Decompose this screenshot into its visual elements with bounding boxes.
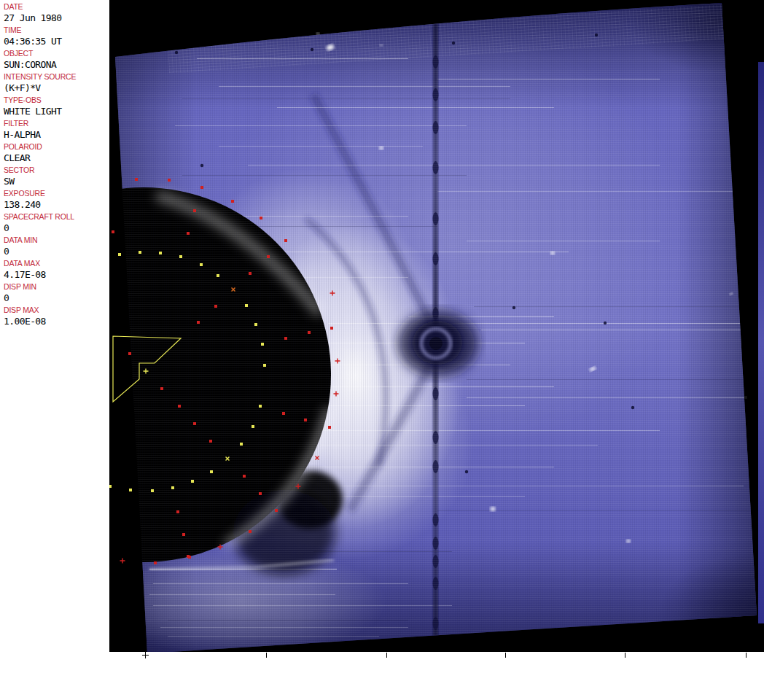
metadata-value: SUN:CORONA	[4, 58, 109, 71]
metadata-field: FILTERH-ALPHA	[4, 119, 109, 142]
fiducial-dot	[197, 321, 200, 324]
fiducial-dot	[193, 209, 196, 212]
axis-tick	[505, 653, 506, 658]
fiducial-dot	[261, 343, 264, 346]
dust-speck	[175, 51, 178, 54]
metadata-field: DATE27 Jun 1980	[4, 2, 109, 26]
metadata-label: DATE	[4, 2, 109, 12]
dust-speck	[452, 42, 455, 44]
screen: DATE27 Jun 1980TIME04:36:35 UTOBJECTSUN:…	[0, 0, 764, 700]
fiducial-dot	[193, 422, 196, 425]
fiducial-dot	[191, 480, 194, 483]
fiducial-dot	[263, 364, 266, 367]
fiducial-dot	[330, 327, 333, 330]
metadata-value: 0	[4, 245, 109, 257]
fiducial-dot	[168, 179, 171, 182]
metadata-field: INTENSITY SOURCE(K+F)*V	[4, 72, 109, 96]
dust-speck	[595, 34, 598, 36]
fiducial-dot	[139, 251, 141, 254]
fiducial-dot	[243, 475, 246, 478]
fiducial-dot	[282, 412, 285, 415]
metadata-field: DISP MAX1.00E-08	[4, 306, 109, 329]
metadata-sidebar: DATE27 Jun 1980TIME04:36:35 UTOBJECTSUN:…	[0, 0, 109, 652]
axis-tick	[625, 653, 625, 658]
fiducial-dot	[231, 200, 234, 203]
metadata-value: 04:36:35 UT	[4, 35, 109, 47]
fiducial-dot	[260, 217, 262, 219]
fiducial-dot	[178, 405, 181, 408]
fiducial-dot	[249, 272, 252, 275]
fiducial-dot	[160, 387, 163, 390]
coronagraph-image	[109, 0, 764, 652]
dust-speck	[604, 322, 607, 324]
fiducial-dot	[304, 419, 307, 421]
metadata-value: 0	[4, 222, 109, 234]
star-speck	[316, 33, 319, 35]
metadata-label: DISP MAX	[4, 306, 109, 315]
metadata-field: SPACECRAFT ROLL0	[4, 212, 109, 236]
metadata-field: EXPOSURE138.240	[4, 189, 109, 212]
fiducial-dot	[188, 556, 191, 559]
metadata-label: SPACECRAFT ROLL	[4, 212, 109, 222]
fiducial-dot	[176, 510, 179, 513]
metadata-label: FILTER	[4, 119, 109, 128]
metadata-value: 0	[4, 292, 109, 304]
dust-speck	[311, 48, 313, 51]
fiducial-dot	[275, 509, 278, 512]
fiducial-dot	[328, 426, 331, 429]
fiducial-dot	[200, 186, 203, 189]
metadata-label: DATA MAX	[4, 259, 109, 268]
fiducial-dot	[182, 533, 185, 536]
fiducial-dot	[210, 470, 213, 473]
metadata-field: DATA MIN0	[4, 236, 109, 259]
metadata-field: SECTORSW	[4, 166, 109, 189]
metadata-value: 138.240	[4, 198, 109, 211]
axis-tick	[746, 653, 747, 658]
metadata-value: (K+F)*V	[4, 82, 109, 94]
metadata-field: OBJECTSUN:CORONA	[4, 49, 109, 72]
fiducial-dot	[267, 255, 270, 258]
metadata-label: DATA MIN	[4, 236, 109, 245]
fiducial-dot	[171, 486, 174, 489]
star-speck	[745, 397, 747, 398]
fiducial-dot	[217, 274, 219, 277]
fiducial-dot	[118, 253, 121, 256]
dust-speck	[465, 470, 468, 473]
metadata-label: SECTOR	[4, 166, 109, 175]
fiducial-dot	[129, 489, 132, 491]
star-speck	[379, 147, 383, 150]
right-edge-strip	[758, 62, 764, 623]
dust-speck	[512, 306, 515, 309]
metadata-label: POLAROID	[4, 142, 109, 152]
fiducial-dot	[284, 239, 287, 242]
fiducial-dot	[259, 492, 262, 495]
star-speck	[626, 540, 631, 543]
dust-speck	[631, 406, 634, 409]
metadata-value: 27 Jun 1980	[4, 12, 109, 24]
metadata-field: POLAROIDCLEAR	[4, 142, 109, 166]
fiducial-dot	[135, 178, 138, 181]
fiducial-dot	[179, 255, 182, 258]
fiducial-dot	[284, 337, 287, 340]
fiducial-dot	[240, 443, 243, 446]
fiducial-dot	[112, 230, 114, 233]
metadata-value: H-ALPHA	[4, 128, 109, 141]
fiducial-dot	[259, 405, 262, 408]
fiducial-dot	[128, 352, 131, 355]
metadata-label: TYPE-OBS	[4, 96, 109, 105]
sun-center-cross	[145, 652, 146, 658]
fiducial-dot	[187, 232, 190, 235]
metadata-value: SW	[4, 175, 109, 187]
metadata-field: TYPE-OBSWHITE LIGHT	[4, 96, 109, 119]
fiducial-dot	[209, 440, 212, 443]
metadata-value: CLEAR	[4, 152, 109, 164]
dust-speck	[200, 164, 203, 167]
fiducial-dot	[254, 323, 257, 326]
fiducial-dot	[245, 304, 248, 307]
metadata-label: EXPOSURE	[4, 189, 109, 198]
metadata-label: OBJECT	[4, 49, 109, 58]
fine-texture	[109, 0, 764, 652]
metadata-label: DISP MIN	[4, 282, 109, 292]
star-speck	[380, 44, 383, 47]
coronagraph-panel	[109, 0, 764, 652]
